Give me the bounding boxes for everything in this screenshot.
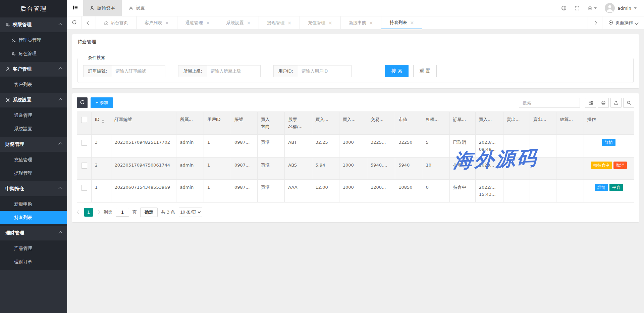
globe-icon[interactable] [561, 5, 567, 11]
tab-position-list[interactable]: 持倉列表× [381, 16, 422, 29]
tab-customer-list[interactable]: 客户列表× [137, 16, 177, 29]
table-search-input[interactable] [519, 98, 580, 108]
app-root: 后台管理 权限管理管理员管理角色管理客户管理客户列表系統設置通道管理系統設置財務… [0, 0, 644, 313]
sidebar-group-permission-management[interactable]: 权限管理 [0, 17, 67, 32]
cell-account: 0987... [231, 157, 257, 179]
chevron-up-icon [58, 142, 62, 146]
dot-circle-icon [608, 20, 613, 26]
module-tab-company[interactable]: 振翰资本 [83, 0, 122, 16]
cell-buy-time: 2022/...15:43... [475, 179, 503, 202]
action-取消-button[interactable]: 取消 [613, 162, 627, 169]
row-checkbox[interactable] [81, 163, 87, 169]
print-icon [601, 100, 606, 105]
sidebar-group-customer-management[interactable]: 客户管理 [0, 62, 67, 77]
search-button[interactable]: 搜 索 [385, 65, 409, 77]
columns-button[interactable] [585, 98, 596, 108]
export-button[interactable] [610, 98, 622, 108]
hamburger-icon [72, 5, 78, 12]
sidebar-item-product-management[interactable]: 产品管理 [0, 242, 67, 255]
menu-collapse-button[interactable] [67, 0, 83, 16]
goto-page-input[interactable] [116, 208, 129, 217]
row-checkbox[interactable] [81, 140, 87, 146]
action-平倉-button[interactable]: 平倉 [609, 184, 623, 191]
column-header: 杠桿... [422, 112, 449, 135]
cell-order-no: 20220607154348553969 [111, 179, 176, 202]
table-row: 120220607154348553969admin10987...買漲AAA1… [77, 179, 634, 202]
scroll-tabs-right-button[interactable] [588, 16, 602, 29]
reset-button[interactable]: 重 置 [413, 65, 437, 77]
search-field-label: 用戶ID: [273, 65, 298, 77]
sidebar-group-system-settings[interactable]: 系統設置 [0, 93, 67, 107]
sidebar-group-finance-management[interactable]: 財務管理 [0, 137, 67, 152]
tab-close-icon[interactable]: × [165, 20, 169, 25]
tab-close-icon[interactable]: × [287, 20, 291, 25]
module-tab-settings[interactable]: 设置 [122, 0, 152, 16]
action-詳情-button[interactable]: 詳情 [595, 184, 608, 191]
user-menu[interactable]: admin [605, 3, 637, 13]
pagination-page-1[interactable]: 1 [84, 208, 93, 217]
column-header: 買入... [312, 112, 339, 135]
column-header-label: 買入... [343, 117, 356, 122]
cell-buy-count: 1000 [339, 157, 367, 179]
tab-system-settings[interactable]: 系統設置× [218, 16, 259, 29]
goto-confirm-button[interactable]: 确定 [140, 208, 158, 217]
tab-close-icon[interactable]: × [328, 20, 332, 25]
column-header-label: 買入... [479, 117, 492, 122]
refresh-table-button[interactable] [77, 97, 88, 108]
sidebar-group-subscription-position[interactable]: 申购持仓 [0, 181, 67, 196]
sidebar-item-role-management[interactable]: 角色管理 [0, 47, 67, 60]
pagination-prev-button[interactable] [77, 211, 81, 214]
tab-home[interactable]: 后台首页 [96, 16, 137, 29]
action-轉持倉中-button[interactable]: 轉持倉中 [591, 162, 612, 169]
add-button[interactable]: + 添加 [91, 97, 113, 108]
fullscreen-icon[interactable] [575, 6, 580, 11]
search-input-user-id[interactable] [298, 65, 352, 77]
search-legend: 条件搜索 [85, 55, 108, 61]
row-checkbox[interactable] [81, 185, 87, 191]
clear-cache-dropdown[interactable] [588, 6, 597, 10]
search-input-parent[interactable] [207, 65, 261, 77]
per-page-select[interactable]: 10 条/页 [179, 208, 202, 217]
tab-close-icon[interactable]: × [247, 20, 251, 25]
action-詳情-button[interactable]: 詳情 [602, 139, 615, 146]
sidebar-item-customer-list[interactable]: 客户列表 [0, 78, 67, 91]
sidebar-group-wealth-management[interactable]: 理财管理 [0, 226, 67, 240]
tab-close-icon[interactable]: × [206, 20, 210, 25]
sidebar-item-channel-management[interactable]: 通道管理 [0, 109, 67, 122]
sidebar-item-recharge-management[interactable]: 充值管理 [0, 153, 67, 167]
search-field-order-no: 訂單編號: [83, 65, 165, 77]
refresh-tab-button[interactable] [67, 16, 82, 29]
tab-recharge-management[interactable]: 充值管理× [300, 16, 341, 29]
positions-table: ID訂單編號所屬...用戶ID賬號買入 方向股票 名稱/...買入...買入..… [77, 111, 634, 203]
total-count-label: 共 3 条 [161, 209, 175, 215]
caret-down-icon [594, 7, 597, 9]
zoom-button[interactable] [623, 98, 634, 108]
sidebar-item-system-settings[interactable]: 系統設置 [0, 122, 67, 136]
sidebar-item-admin-management[interactable]: 管理员管理 [0, 34, 67, 47]
tab-withdraw-management[interactable]: 提现管理× [259, 16, 300, 29]
search-input-order-no[interactable] [112, 65, 165, 77]
sidebar-item-ipo-subscription[interactable]: 新股申购 [0, 197, 67, 211]
cell-buy-price: 5.94 [312, 157, 339, 179]
scroll-tabs-left-button[interactable] [82, 16, 96, 29]
column-header: 買入... [339, 112, 367, 135]
table-wrap: ID訂單編號所屬...用戶ID賬號買入 方向股票 名稱/...買入...買入..… [72, 111, 639, 203]
select-all-checkbox[interactable] [81, 117, 87, 123]
search-panel: 条件搜索 訂單編號:所屬上級:用戶ID: 搜 索 重 置 [72, 50, 639, 88]
buy-time-line: 2022/... [479, 184, 500, 191]
column-header-label: 買入 方向 [261, 117, 270, 129]
tab-close-icon[interactable]: × [410, 20, 414, 25]
print-button[interactable] [598, 98, 609, 108]
sidebar-item-wealth-orders[interactable]: 理财订单 [0, 255, 67, 269]
sidebar-item-position-list[interactable]: 持倉列表 [0, 211, 67, 224]
page-operations-dropdown[interactable]: 页面操作 [602, 16, 644, 29]
pagination-next-button[interactable] [96, 211, 100, 214]
tab-channel-management[interactable]: 通道管理× [177, 16, 218, 29]
sidebar-item-withdraw-management[interactable]: 提现管理 [0, 167, 67, 180]
tab-ipo-subscription[interactable]: 新股申购× [341, 16, 382, 29]
cell-leverage: 0 [422, 179, 449, 202]
tab-close-icon[interactable]: × [369, 20, 373, 25]
role-user-icon [11, 52, 16, 56]
sort-icon[interactable] [102, 120, 104, 124]
avatar-icon [606, 4, 614, 13]
